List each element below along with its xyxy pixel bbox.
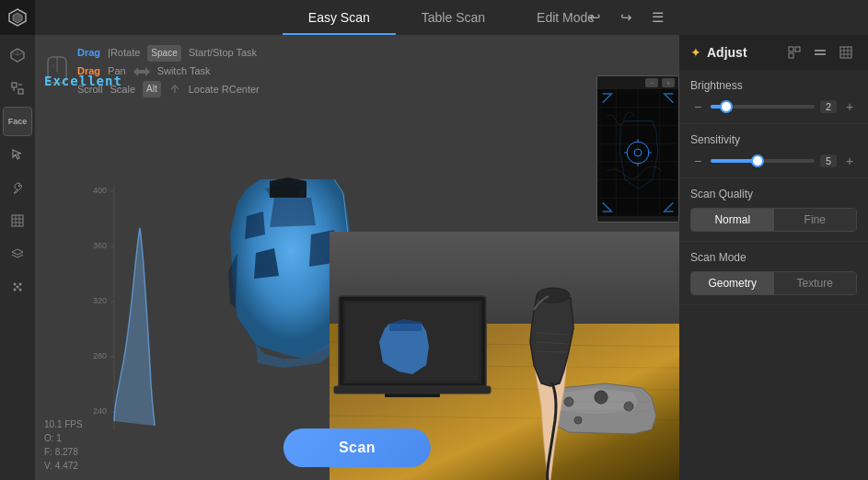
sidebar-icon-select[interactable] <box>3 140 32 169</box>
panel-icon-1[interactable] <box>783 41 805 63</box>
brightness-minus[interactable]: − <box>690 99 705 114</box>
panel-icon-3[interactable] <box>835 41 857 63</box>
svg-text:280: 280 <box>93 351 107 360</box>
svg-line-5 <box>11 52 17 55</box>
sidebar-icon-shapes[interactable] <box>3 74 32 103</box>
scan-button[interactable]: Scan <box>284 429 431 467</box>
right-panel: ✦ Adjust Brightness − <box>679 35 868 480</box>
sensitivity-plus[interactable]: + <box>842 154 857 168</box>
svg-rect-79 <box>815 53 826 55</box>
svg-point-15 <box>14 283 17 286</box>
sidebar-icon-grid[interactable] <box>3 206 32 235</box>
right-panel-icons <box>783 41 857 63</box>
svg-text:320: 320 <box>93 296 107 305</box>
sidebar-icon-face[interactable]: Face <box>3 107 32 136</box>
svg-rect-10 <box>12 215 23 226</box>
svg-point-17 <box>14 289 17 291</box>
panel-icon-2[interactable] <box>809 41 831 63</box>
center-area: Drag|RotateSpaceStart/Stop Task DragPan … <box>35 35 679 480</box>
scan-quality-label: Scan Quality <box>690 188 857 200</box>
scan-quality-fine[interactable]: Fine <box>774 209 857 231</box>
svg-rect-64 <box>385 394 440 397</box>
svg-point-22 <box>52 64 55 68</box>
sensitivity-minus[interactable]: − <box>690 154 705 168</box>
tab-easy-scan[interactable]: Easy Scan <box>283 0 396 35</box>
brightness-value: 2 <box>820 100 837 113</box>
menu-button[interactable]: ☰ <box>644 5 670 30</box>
right-panel-title: Adjust <box>707 45 747 60</box>
tab-table-scan[interactable]: Table Scan <box>396 0 511 35</box>
f-value: F: 8.278 <box>44 445 83 459</box>
svg-line-4 <box>17 52 24 55</box>
left-sidebar: Face <box>0 35 35 480</box>
scan-mode-group: Geometry Texture <box>690 271 857 295</box>
svg-rect-6 <box>12 83 17 87</box>
svg-rect-7 <box>18 89 23 94</box>
scan-quality-group: Normal Fine <box>690 208 857 232</box>
svg-point-68 <box>574 417 582 424</box>
brightness-section: Brightness − 2 + <box>679 70 868 124</box>
sidebar-icon-dots[interactable] <box>3 272 32 302</box>
sidebar-icon-cube[interactable] <box>3 40 32 70</box>
sensitivity-section: Sensitivity − 5 + <box>679 124 868 178</box>
svg-point-67 <box>624 402 633 411</box>
histogram: 400 360 320 280 240 <box>74 182 156 440</box>
hints-overlay: Drag|RotateSpaceStart/Stop Task DragPan … <box>44 44 260 98</box>
svg-rect-76 <box>795 47 800 51</box>
sensitivity-track[interactable] <box>711 159 815 163</box>
svg-marker-1 <box>13 13 22 23</box>
adjust-sun-icon: ✦ <box>690 45 701 60</box>
scan-quality-normal[interactable]: Normal <box>691 209 774 231</box>
quality-label: Excellent <box>44 74 122 88</box>
svg-marker-23 <box>133 67 150 76</box>
top-bar: Easy Scan Table Scan Edit Mode ↩ ↪ ☰ <box>0 0 868 35</box>
svg-text:400: 400 <box>93 186 107 195</box>
app-logo <box>0 0 35 35</box>
right-panel-header: ✦ Adjust <box>679 35 868 70</box>
scanner-plus[interactable]: + <box>662 78 675 87</box>
v-value: V: 4.472 <box>44 459 83 473</box>
scanner-minus[interactable]: − <box>645 78 658 87</box>
sensitivity-value: 5 <box>820 154 837 167</box>
scanner-preview: − + <box>596 75 679 223</box>
scan-mode-section: Scan Mode Geometry Texture <box>679 242 868 305</box>
undo-button[interactable]: ↩ <box>582 5 608 30</box>
sidebar-icon-layers[interactable] <box>3 239 32 269</box>
brightness-track[interactable] <box>711 105 815 109</box>
sensitivity-label: Sensitivity <box>690 133 857 146</box>
svg-point-18 <box>19 289 22 291</box>
redo-button[interactable]: ↪ <box>613 5 639 30</box>
scan-quality-section: Scan Quality Normal Fine <box>679 178 868 242</box>
svg-rect-77 <box>789 53 793 58</box>
svg-text:240: 240 <box>93 406 107 416</box>
scan-mode-texture[interactable]: Texture <box>774 272 857 294</box>
main-layout: Face Drag|Ro <box>0 35 868 480</box>
svg-rect-63 <box>334 386 491 394</box>
svg-rect-78 <box>815 50 826 51</box>
brightness-plus[interactable]: + <box>842 99 857 114</box>
scan-mode-label: Scan Mode <box>690 251 857 264</box>
sidebar-icon-tool[interactable] <box>3 173 32 202</box>
svg-point-19 <box>17 286 19 289</box>
svg-rect-75 <box>789 47 793 51</box>
svg-text:360: 360 <box>93 241 107 250</box>
tab-group: Easy Scan Table Scan Edit Mode <box>35 0 868 35</box>
svg-rect-80 <box>840 47 851 58</box>
scan-mode-geometry[interactable]: Geometry <box>691 272 774 294</box>
brightness-label: Brightness <box>690 79 857 92</box>
toolbar-actions: ↩ ↪ ☰ <box>582 5 679 30</box>
svg-point-16 <box>19 283 22 286</box>
